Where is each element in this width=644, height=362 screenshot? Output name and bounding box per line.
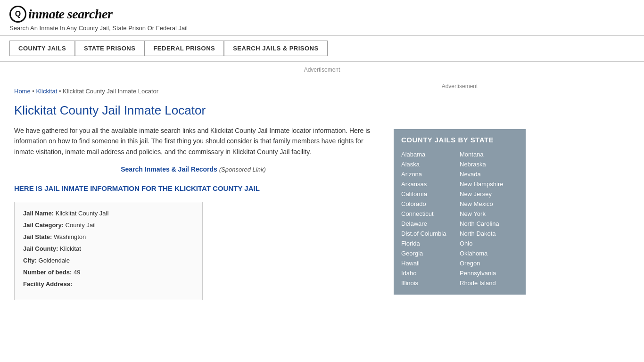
page-title: Klickitat County Jail Inmate Locator — [14, 103, 372, 118]
state-link[interactable]: Illinois — [401, 278, 460, 288]
beds-row: Number of beds: 49 — [23, 269, 194, 276]
jail-name-value: Klickitat County Jail — [56, 210, 109, 217]
state-box-title: COUNTY JAILS BY STATE — [401, 136, 518, 144]
main-layout: Home • Klickitat • Klickitat County Jail… — [0, 78, 644, 310]
state-columns: AlabamaAlaskaArizonaArkansasCaliforniaCo… — [401, 149, 518, 288]
info-box: Jail Name: Klickitat County Jail Jail Ca… — [14, 202, 203, 300]
state-link[interactable]: Colorado — [401, 199, 460, 209]
logo-icon: Q — [9, 6, 26, 23]
state-link[interactable]: Nebraska — [460, 159, 518, 169]
jail-category-label: Jail Category: — [23, 222, 64, 229]
facility-address-label: Facility Address: — [23, 280, 72, 288]
beds-label: Number of beds: — [23, 269, 72, 276]
beds-value: 49 — [74, 269, 80, 276]
main-content: Home • Klickitat • Klickitat County Jail… — [0, 78, 387, 310]
state-link[interactable]: Pennsylvania — [460, 268, 518, 278]
body-text: We have gathered for you all the availab… — [14, 125, 372, 157]
search-jails-nav-button[interactable]: SEARCH JAILS & PRISONS — [224, 41, 327, 56]
facility-address-row: Facility Address: — [23, 280, 194, 288]
breadcrumb: Home • Klickitat • Klickitat County Jail… — [14, 88, 372, 95]
jail-category-value: County Jail — [66, 222, 96, 229]
breadcrumb-home[interactable]: Home — [14, 88, 31, 95]
state-link[interactable]: Montana — [460, 149, 518, 159]
sidebar-ad-label: Advertisement — [442, 83, 478, 90]
state-link[interactable]: Connecticut — [401, 209, 460, 219]
state-col-right: MontanaNebraskaNevadaNew HampshireNew Je… — [460, 149, 518, 288]
sidebar-ad: Advertisement — [394, 83, 526, 121]
state-link[interactable]: Alabama — [401, 149, 460, 159]
state-link[interactable]: Arkansas — [401, 179, 460, 189]
state-link[interactable]: Ohio — [460, 239, 518, 248]
state-link[interactable]: Idaho — [401, 268, 460, 278]
state-link[interactable]: Nevada — [460, 169, 518, 179]
jail-state-label: Jail State: — [23, 233, 52, 240]
state-link[interactable]: North Carolina — [460, 219, 518, 229]
state-link[interactable]: Oregon — [460, 258, 518, 268]
jail-category-row: Jail Category: County Jail — [23, 222, 194, 229]
jail-county-label: Jail County: — [23, 245, 58, 252]
sponsored-note: (Sponsored Link) — [219, 166, 266, 173]
logo-text: inmate searcher — [28, 7, 112, 22]
state-link[interactable]: Dist.of Columbia — [401, 229, 460, 239]
logo-area: Q inmate searcher — [9, 6, 635, 23]
state-box: COUNTY JAILS BY STATE AlabamaAlaskaArizo… — [394, 129, 526, 295]
jail-name-label: Jail Name: — [23, 210, 54, 217]
header: Q inmate searcher Search An Inmate In An… — [0, 0, 644, 36]
ad-bar: Advertisement — [0, 62, 644, 78]
breadcrumb-klickitat[interactable]: Klickitat — [36, 88, 57, 95]
breadcrumb-current: Klickitat County Jail Inmate Locator — [63, 88, 158, 95]
state-link[interactable]: North Dakota — [460, 229, 518, 239]
state-link[interactable]: Alaska — [401, 159, 460, 169]
city-value: Goldendale — [39, 257, 70, 264]
state-link[interactable]: New Mexico — [460, 199, 518, 209]
sponsored-link-section: Search Inmates & Jail Records (Sponsored… — [14, 165, 372, 173]
state-link[interactable]: Oklahoma — [460, 248, 518, 258]
ad-label: Advertisement — [304, 66, 340, 73]
jail-county-value: Klickitat — [60, 245, 81, 252]
city-row: City: Goldendale — [23, 257, 194, 264]
state-link[interactable]: New Hampshire — [460, 179, 518, 189]
jail-state-value: Washington — [54, 233, 86, 240]
breadcrumb-sep2: • — [59, 88, 63, 95]
federal-prisons-nav-button[interactable]: FEDERAL PRISONS — [144, 41, 224, 56]
nav-bar: COUNTY JAILS STATE PRISONS FEDERAL PRISO… — [0, 36, 644, 62]
jail-state-row: Jail State: Washington — [23, 233, 194, 240]
state-link[interactable]: Delaware — [401, 219, 460, 229]
state-col-left: AlabamaAlaskaArizonaArkansasCaliforniaCo… — [401, 149, 460, 288]
section-heading: HERE IS JAIL INMATE INFORMATION FOR THE … — [14, 183, 372, 193]
city-label: City: — [23, 257, 37, 264]
tagline: Search An Inmate In Any County Jail, Sta… — [9, 25, 635, 32]
state-link[interactable]: California — [401, 189, 460, 199]
state-prisons-nav-button[interactable]: STATE PRISONS — [75, 41, 144, 56]
state-link[interactable]: Hawaii — [401, 258, 460, 268]
state-link[interactable]: Arizona — [401, 169, 460, 179]
state-link[interactable]: Florida — [401, 239, 460, 248]
sidebar: Advertisement COUNTY JAILS BY STATE Alab… — [387, 78, 533, 310]
state-link[interactable]: Georgia — [401, 248, 460, 258]
state-link[interactable]: New Jersey — [460, 189, 518, 199]
state-link[interactable]: New York — [460, 209, 518, 219]
jail-county-row: Jail County: Klickitat — [23, 245, 194, 252]
sponsored-link[interactable]: Search Inmates & Jail Records — [121, 165, 217, 173]
county-jails-nav-button[interactable]: COUNTY JAILS — [9, 41, 75, 56]
jail-name-row: Jail Name: Klickitat County Jail — [23, 210, 194, 217]
state-link[interactable]: Rhode Island — [460, 278, 518, 288]
